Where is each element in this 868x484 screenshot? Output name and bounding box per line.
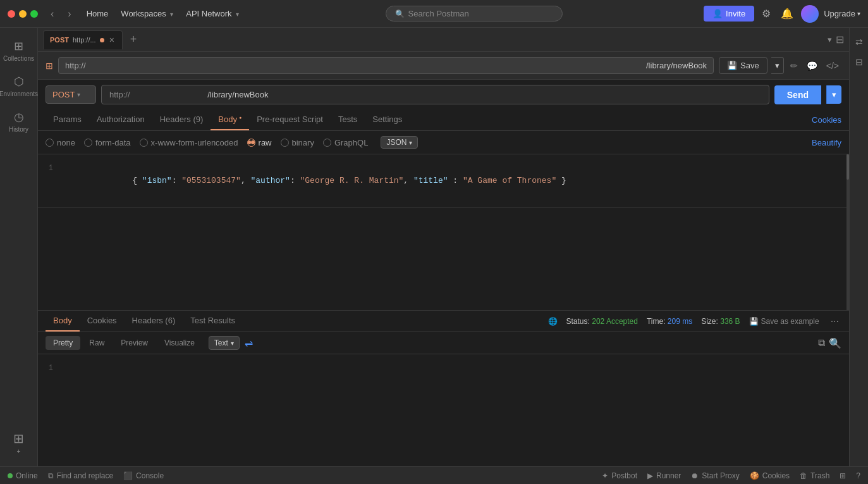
tab-tests[interactable]: Tests <box>331 109 365 130</box>
upgrade-button[interactable]: Upgrade ▾ <box>824 9 860 18</box>
trash-icon: 🗑 <box>800 471 807 480</box>
json-chevron-icon: ▾ <box>409 139 412 146</box>
tab-settings-button[interactable]: ⊟ <box>836 34 844 46</box>
method-select[interactable]: POST ▾ <box>46 85 96 104</box>
option-urlencoded[interactable]: x-www-form-urlencoded <box>140 138 238 147</box>
tab-settings[interactable]: Settings <box>365 109 410 130</box>
save-example-button[interactable]: 💾 Save as example <box>749 317 819 326</box>
radio-raw <box>247 139 255 147</box>
notifications-button[interactable]: 🔔 <box>778 5 796 22</box>
request-tab[interactable]: POST http://... × <box>43 30 123 49</box>
sidebar-item-environments[interactable]: ⬡ Environments <box>3 70 35 102</box>
save-button[interactable]: 💾 Save <box>719 57 767 74</box>
main-layout: ⊞ Collections ⬡ Environments ◷ History ⊞… <box>0 28 868 466</box>
help-icon: ? <box>856 471 860 480</box>
resp-tab-headers[interactable]: Headers (6) <box>125 311 183 332</box>
start-proxy-item[interactable]: ⏺ Start Proxy <box>691 471 739 480</box>
resp-code-content-1 <box>63 362 849 375</box>
runner-item[interactable]: ▶ Runner <box>647 471 681 480</box>
json-format-select[interactable]: JSON ▾ <box>381 136 418 149</box>
cookies-status-item[interactable]: 🍪 Cookies <box>750 471 790 480</box>
sidebar-add-button[interactable]: ⊞ + <box>3 426 35 460</box>
option-none[interactable]: none <box>46 138 75 147</box>
tab-pre-request[interactable]: Pre-request Script <box>249 109 331 130</box>
layout-item[interactable]: ⊞ <box>840 471 846 480</box>
resp-tab-cookies[interactable]: Cookies <box>80 311 125 332</box>
status-value: 202 Accepted <box>592 317 638 326</box>
url-text: http:// <box>65 61 86 70</box>
option-form-data[interactable]: form-data <box>84 138 131 147</box>
avatar[interactable] <box>801 5 819 23</box>
search-placeholder: Search Postman <box>408 9 469 18</box>
save-dropdown-button[interactable]: ▾ <box>771 57 784 74</box>
maximize-light[interactable] <box>30 10 38 18</box>
layout-icon: ⊞ <box>840 471 846 480</box>
tab-dropdown-button[interactable]: ▾ <box>828 35 832 44</box>
back-button[interactable]: ‹ <box>47 7 58 21</box>
minimize-light[interactable] <box>19 10 27 18</box>
help-item[interactable]: ? <box>856 471 860 480</box>
cookies-link[interactable]: Cookies <box>812 115 841 125</box>
settings-icon-button[interactable]: ⚙ <box>759 5 773 22</box>
tab-close-button[interactable]: × <box>108 35 116 44</box>
edit-icon-button[interactable]: ✏ <box>788 58 800 73</box>
tab-body[interactable]: Body <box>211 109 249 130</box>
radio-urlencoded <box>140 139 148 147</box>
right-sb-layout-button[interactable]: ⊟ <box>853 53 865 71</box>
size-label: Size: 336 B <box>701 317 740 326</box>
tab-headers[interactable]: Headers (9) <box>152 109 211 130</box>
api-network-link[interactable]: API Network ▾ <box>181 6 244 21</box>
sidebar-item-collections[interactable]: ⊞ Collections <box>3 34 35 67</box>
tab-bar: POST http://... × + ▾ ⊟ <box>38 28 849 52</box>
resp-view-preview[interactable]: Preview <box>113 336 156 350</box>
scrollbar-thumb[interactable] <box>847 154 849 180</box>
resp-view-raw[interactable]: Raw <box>82 336 112 350</box>
topbar-actions: 👤 Invite ⚙ 🔔 Upgrade ▾ <box>704 5 860 23</box>
resp-view-visualize[interactable]: Visualize <box>157 336 202 350</box>
code-editor[interactable]: 1 { "isbn": "0553103547", "author": "Geo… <box>38 154 849 208</box>
url-display[interactable]: http:// /library/newBook <box>58 57 714 74</box>
url-bar-actions: 💾 Save ▾ ✏ 💬 </> <box>719 57 841 74</box>
home-link[interactable]: Home <box>82 6 114 21</box>
postbot-item[interactable]: ✦ Postbot <box>602 471 637 480</box>
send-dropdown-button[interactable]: ▾ <box>826 85 841 104</box>
tab-method-label: POST <box>50 36 69 44</box>
resp-tab-test-results[interactable]: Test Results <box>183 311 243 332</box>
response-body[interactable]: 1 <box>38 354 849 466</box>
close-light[interactable] <box>8 10 15 18</box>
search-postman-input[interactable]: 🔍 Search Postman <box>386 6 563 22</box>
search-response-button[interactable]: 🔍 <box>829 337 841 349</box>
editor-wrap: 1 { "isbn": "0553103547", "author": "Geo… <box>38 154 849 310</box>
resp-view-pretty[interactable]: Pretty <box>46 336 80 350</box>
tab-url-label: http://... <box>73 36 96 44</box>
more-options-button[interactable]: ··· <box>828 314 841 328</box>
code-icon-button[interactable]: </> <box>824 58 841 73</box>
api-network-chevron-icon: ▾ <box>236 11 239 18</box>
option-raw[interactable]: raw <box>247 138 272 147</box>
runner-icon: ▶ <box>647 471 653 480</box>
find-replace-item[interactable]: ⧉ Find and replace <box>48 471 113 480</box>
right-sb-arrows-button[interactable]: ⇄ <box>853 33 865 51</box>
wrap-icon[interactable]: ⇌ <box>245 337 253 349</box>
trash-item[interactable]: 🗑 Trash <box>800 471 829 480</box>
option-graphql[interactable]: GraphQL <box>323 138 368 147</box>
workspaces-link[interactable]: Workspaces ▾ <box>116 6 178 21</box>
tab-params[interactable]: Params <box>46 109 89 130</box>
online-dot <box>8 473 13 478</box>
option-binary[interactable]: binary <box>281 138 314 147</box>
resp-tab-body[interactable]: Body <box>46 311 80 332</box>
format-select[interactable]: Text ▾ <box>209 336 240 350</box>
invite-button[interactable]: 👤 Invite <box>704 6 754 22</box>
copy-response-button[interactable]: ⧉ <box>818 337 825 349</box>
tab-authorization[interactable]: Authorization <box>89 109 152 130</box>
url-input[interactable]: http:// /library/newBook <box>101 85 769 104</box>
size-value: 336 B <box>720 317 740 326</box>
beautify-link[interactable]: Beautify <box>812 138 841 147</box>
tab-add-button[interactable]: + <box>125 32 142 47</box>
online-status[interactable]: Online <box>8 471 38 480</box>
console-item[interactable]: ⬛ Console <box>123 471 164 480</box>
comment-icon-button[interactable]: 💬 <box>804 58 820 73</box>
sidebar-item-history[interactable]: ◷ History <box>3 105 35 138</box>
forward-button[interactable]: › <box>64 7 75 21</box>
send-button[interactable]: Send <box>774 85 821 104</box>
